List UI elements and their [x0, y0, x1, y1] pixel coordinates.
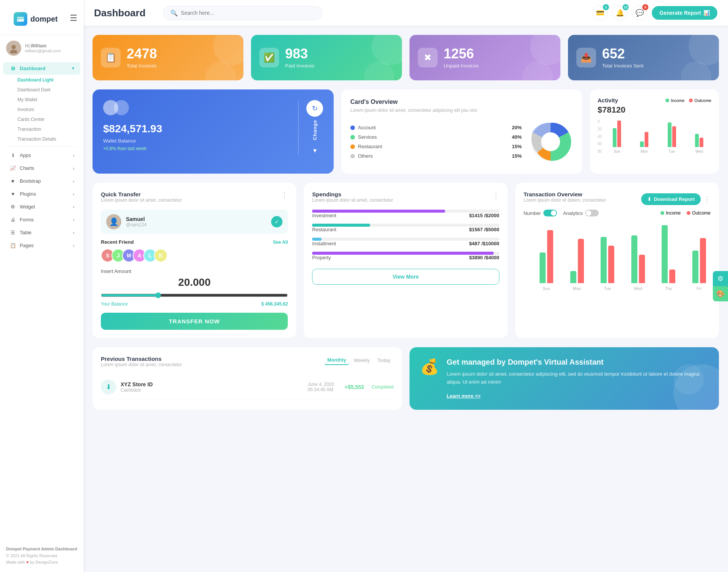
sidebar-item-widget[interactable]: ⚙ Widget ›: [3, 201, 80, 213]
tab-weekly[interactable]: Weekly: [351, 356, 373, 365]
sidebar-item-pages[interactable]: 📋 Pages ›: [3, 239, 80, 252]
stat-card-total-invoices: 📋 2478 Total Invoices: [93, 35, 243, 80]
submenu-invoices[interactable]: Invoices: [14, 105, 83, 114]
tx-more-icon[interactable]: ⋮: [704, 195, 711, 204]
spending-label-property: Property: [312, 255, 331, 260]
sidebar-item-bootstrap[interactable]: ★ Bootstrap ›: [3, 175, 80, 187]
tx-label-fri: Fri: [697, 286, 701, 291]
header: Dashboard 🔍 💳 2 🔔 12 💬 5 Generate Report…: [83, 0, 728, 26]
legend-account: Account 20%: [350, 125, 522, 130]
contact-card[interactable]: 👤 Samuel @sam224 ✓: [101, 210, 288, 234]
sidebar-item-charts[interactable]: 📈 Charts ›: [3, 162, 80, 174]
tx-income-bar-fri: [692, 251, 698, 283]
spendings-card: Spendings Lorem ipsum dolor sit amet, co…: [304, 183, 507, 338]
wallet-refresh-button[interactable]: ↻: [306, 100, 323, 117]
va-title: Get managed by Dompet's Virtual Assistan…: [447, 358, 708, 367]
sidebar-item-table[interactable]: ☰ Table ›: [3, 226, 80, 239]
prev-tx-title: Previous Transactions: [101, 356, 182, 362]
submenu-dashboard-dark[interactable]: Dashboard Dark: [14, 85, 83, 95]
bar-chart-icon: 📊: [703, 10, 710, 16]
table-row: ⬇ XYZ Store ID Cashback June 4, 2020 05:…: [101, 375, 394, 400]
generate-report-button[interactable]: Generate Report 📊: [652, 6, 717, 20]
total-sent-label: Total Invoices Sent: [602, 63, 643, 69]
spending-row-investment: Investment $1415 /$2000: [312, 213, 499, 218]
analytics-toggle[interactable]: [585, 210, 599, 216]
avatar: [6, 41, 21, 56]
tx-bar-chart: Sun Mon: [524, 223, 711, 291]
submenu-transaction-details[interactable]: Transaction Details: [14, 134, 83, 144]
tx-date: June 4, 2020: [308, 382, 334, 387]
circle-2: [114, 100, 129, 115]
tx-outcome-bar-fri: [700, 238, 706, 283]
spending-amount-investment: $1415 /$2000: [469, 213, 499, 218]
spending-row-installment: Installment $487 /$10000: [312, 241, 499, 246]
see-all-button[interactable]: See All: [273, 240, 288, 245]
bottom-row: Quick Transfer Lorem ipsum dolor sit ame…: [93, 183, 719, 338]
bar-pair-tue: [668, 122, 676, 147]
spending-bar-property: [312, 252, 499, 255]
tab-today[interactable]: Today: [374, 356, 394, 365]
sidebar-item-label: Plugins: [20, 191, 36, 197]
submenu-transaction[interactable]: Transaction: [14, 124, 83, 134]
bar-group-tue: Tue: [660, 122, 684, 154]
palette-fab-button[interactable]: 🎨: [713, 286, 728, 301]
submenu-my-wallet[interactable]: My Wallet: [14, 95, 83, 105]
activity-card: Activity Income Outcome $78120: [590, 89, 719, 174]
generate-report-label: Generate Report: [659, 10, 701, 16]
spendings-header: Spendings Lorem ipsum dolor sit amet, co…: [312, 191, 499, 208]
sidebar-item-apps[interactable]: ℹ Apps ›: [3, 149, 80, 161]
sidebar-item-dashboard[interactable]: ⊞ Dashboard ▾: [3, 62, 80, 75]
spending-investment: Investment $1415 /$2000: [312, 210, 499, 218]
submenu-cards-center[interactable]: Cards Center: [14, 114, 83, 124]
tab-monthly[interactable]: Monthly: [324, 356, 349, 365]
search-bar[interactable]: 🔍: [163, 6, 322, 20]
table-icon: ☰: [9, 230, 17, 235]
legend-pct-restaurant: 15%: [512, 144, 522, 149]
spending-bar-investment: [312, 210, 499, 213]
wallet-change-label: Change: [312, 120, 318, 140]
svg-point-2: [11, 45, 16, 49]
svg-point-5: [541, 132, 560, 151]
hamburger-icon[interactable]: ☰: [67, 13, 77, 23]
stat-card-paid-invoices: ✅ 983 Paid Invoices: [251, 35, 402, 80]
number-toggle[interactable]: [543, 210, 557, 216]
transfer-now-button[interactable]: TRANSFER NOW: [101, 313, 288, 330]
wallet-change-area: ↻ Change ▾: [306, 100, 323, 155]
chat-icon-btn[interactable]: 💬 5: [632, 5, 647, 20]
footer-made-with: Made with ♥ by DesignZone: [6, 559, 77, 566]
friend-avatar-6[interactable]: K: [154, 249, 168, 262]
chat-badge: 5: [642, 4, 648, 10]
amount-slider[interactable]: [101, 292, 288, 298]
tx-bar-pair-fri: [692, 238, 706, 283]
sidebar-item-label: Pages: [20, 243, 34, 248]
more-options-icon[interactable]: ⋮: [281, 191, 288, 199]
spendings-more-icon[interactable]: ⋮: [493, 191, 499, 199]
contact-avatar: 👤: [106, 214, 121, 229]
tx-item-icon: ⬇: [101, 379, 116, 395]
sidebar-item-plugins[interactable]: ♥ Plugins ›: [3, 188, 80, 200]
va-learn-more-link[interactable]: Learn more >>: [447, 393, 481, 399]
wallet-arrow-down-icon: ▾: [313, 146, 317, 155]
chevron-right-icon: ›: [73, 243, 74, 248]
bell-icon-btn[interactable]: 🔔 12: [612, 5, 628, 20]
pages-icon: 📋: [9, 243, 17, 248]
submenu-dashboard-light[interactable]: Dashboard Light: [14, 75, 83, 85]
settings-fab-button[interactable]: ⚙: [713, 271, 728, 286]
svg-point-3: [10, 50, 17, 53]
search-input[interactable]: [181, 10, 315, 16]
username: William: [31, 43, 47, 49]
tx-income-bar-wed: [631, 235, 637, 283]
tx-income-dot: [661, 211, 664, 215]
tx-bar-group-sun: Sun: [535, 230, 558, 291]
tx-item-status: Completed: [372, 384, 394, 390]
page-title: Dashboard: [94, 7, 146, 19]
wallet-info: $824,571.93 Wallet Balance +0,8% than la…: [103, 100, 290, 155]
tx-income-bar-tue: [601, 237, 607, 283]
tx-label-mon: Mon: [573, 286, 581, 291]
tx-income-bar-mon: [570, 271, 576, 283]
view-more-button[interactable]: View More: [312, 269, 499, 285]
income-label: Income: [671, 98, 684, 103]
wallet-icon-btn[interactable]: 💳 2: [593, 5, 608, 20]
download-report-button[interactable]: ⬇ Download Report: [641, 193, 701, 205]
sidebar-item-forms[interactable]: 🖨 Forms ›: [3, 213, 80, 226]
